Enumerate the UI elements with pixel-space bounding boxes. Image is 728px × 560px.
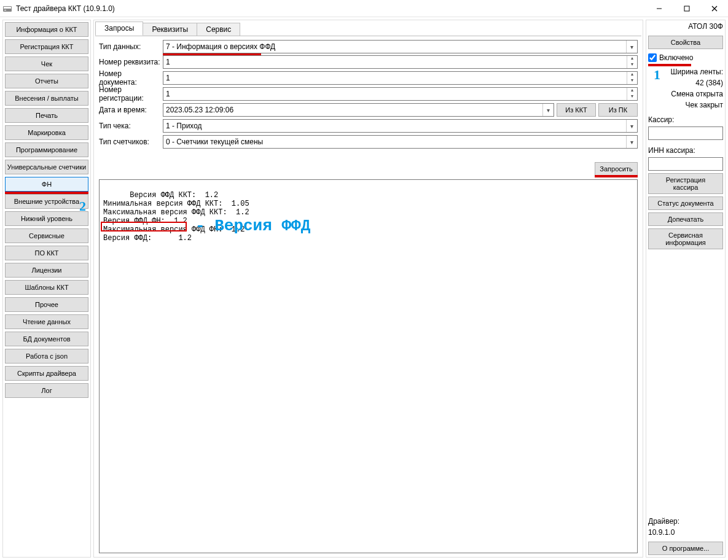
doc-num-label: Номер документа:	[99, 69, 160, 87]
datetime-label: Дата и время:	[99, 106, 160, 114]
sidebar-item-kkt-software[interactable]: ПО ККТ	[5, 246, 88, 260]
chevron-down-icon: ▾	[542, 104, 553, 116]
sidebar-item-service[interactable]: Сервисные	[5, 228, 88, 243]
enabled-checkbox[interactable]	[648, 53, 657, 62]
sidebar-item-deposits[interactable]: Внесения / выплаты	[5, 91, 88, 106]
annotation-underline-enabled	[648, 64, 691, 66]
spin-buttons[interactable]: ▴▾	[627, 56, 636, 68]
from-pc-button[interactable]: Из ПК	[598, 103, 638, 117]
shift-status: Смена открыта	[648, 90, 723, 98]
driver-version: 10.9.1.0	[648, 528, 723, 537]
spin-buttons[interactable]: ▴▾	[627, 88, 636, 100]
app-icon	[2, 4, 12, 14]
register-cashier-button[interactable]: Регистрация кассира	[648, 173, 723, 194]
sidebar-item-licenses[interactable]: Лицензии	[5, 263, 88, 278]
window-title: Тест драйвера ККТ (10.9.1.0)	[16, 4, 115, 13]
sidebar-item-fn[interactable]: ФН	[5, 177, 88, 192]
rekv-num-label: Номер реквизита:	[99, 58, 160, 66]
reg-num-input[interactable]: 1 ▴▾	[163, 87, 638, 101]
right-panel: АТОЛ 30Ф Свойства Включено 1 Ширина лент…	[646, 20, 726, 558]
titlebar: Тест драйвера ККТ (10.9.1.0)	[0, 0, 728, 17]
svg-rect-2	[4, 10, 6, 10]
tab-service[interactable]: Сервис	[197, 23, 240, 36]
minimize-button[interactable]	[645, 0, 673, 17]
svg-rect-4	[684, 6, 689, 11]
tab-requisites[interactable]: Реквизиты	[143, 23, 197, 36]
datetime-combo[interactable]: 2023.05.23 12:09:06 ▾	[163, 103, 554, 117]
reprint-button[interactable]: Допечатать	[648, 212, 723, 226]
rekv-num-input[interactable]: 1 ▴▾	[163, 55, 638, 69]
properties-button[interactable]: Свойства	[648, 36, 723, 49]
cashier-label: Кассир:	[648, 115, 723, 124]
spin-buttons[interactable]: ▴▾	[627, 72, 636, 84]
center-panel: Запросы Реквизиты Сервис Тип данных: 7 -…	[93, 20, 643, 558]
doc-status-button[interactable]: Статус документа	[648, 196, 723, 210]
counters-type-combo[interactable]: 0 - Счетчики текущей смены ▾	[163, 135, 638, 149]
from-kkt-button[interactable]: Из ККТ	[557, 103, 596, 117]
chevron-down-icon: ▾	[626, 120, 636, 132]
sidebar-item-cheque[interactable]: Чек	[5, 56, 88, 71]
data-type-combo[interactable]: 7 - Информация о версиях ФФД ▾	[163, 40, 638, 53]
annotation-ffd-label: - Версия ФФД	[195, 217, 310, 235]
sidebar-item-low-level[interactable]: Нижний уровень	[5, 211, 88, 226]
sidebar-item-print[interactable]: Печать	[5, 108, 88, 123]
annotation-box-ffd	[101, 222, 187, 231]
request-button[interactable]: Запросить	[595, 162, 638, 176]
close-button[interactable]	[700, 0, 728, 17]
sidebar-item-reports[interactable]: Отчеты	[5, 74, 88, 88]
about-button[interactable]: О программе...	[648, 542, 723, 555]
sidebar-item-kkt-info[interactable]: Информация о ККТ	[5, 22, 88, 37]
cashier-input[interactable]	[648, 126, 723, 140]
doc-num-input[interactable]: 1 ▴▾	[163, 71, 638, 85]
svg-rect-1	[4, 7, 11, 9]
cheque-status: Чек закрыт	[648, 101, 723, 109]
enabled-label: Включено	[659, 53, 693, 62]
sidebar-item-programming[interactable]: Программирование	[5, 142, 88, 157]
annotation-number-1: 1	[654, 67, 660, 83]
sidebar-item-doc-db[interactable]: БД документов	[5, 332, 88, 346]
device-name: АТОЛ 30Ф	[648, 22, 723, 33]
sidebar-item-kkt-reg[interactable]: Регистрация ККТ	[5, 39, 88, 54]
sidebar-item-other[interactable]: Прочее	[5, 297, 88, 312]
service-info-button[interactable]: Сервисная информация	[648, 228, 723, 249]
sidebar-item-marking[interactable]: Маркировка	[5, 125, 88, 140]
annotation-number-2: 2	[79, 198, 86, 214]
sidebar-item-templates[interactable]: Шаблоны ККТ	[5, 280, 88, 295]
cheque-type-combo[interactable]: 1 - Приход ▾	[163, 119, 638, 133]
driver-label: Драйвер:	[648, 517, 723, 526]
data-type-label: Тип данных:	[99, 42, 160, 51]
maximize-button[interactable]	[673, 0, 700, 17]
tab-requests[interactable]: Запросы	[95, 21, 143, 36]
sidebar-item-read-data[interactable]: Чтение данных	[5, 314, 88, 329]
sidebar-item-external-devices[interactable]: Внешние устройства	[5, 194, 88, 209]
cheque-type-label: Тип чека:	[99, 122, 160, 130]
reg-num-label: Номер регистрации:	[99, 85, 160, 103]
sidebar-item-universal-counters[interactable]: Универсальные счетчики	[5, 160, 88, 174]
sidebar-item-driver-scripts[interactable]: Скрипты драйвера	[5, 366, 88, 381]
left-sidebar: Информация о ККТ Регистрация ККТ Чек Отч…	[2, 20, 91, 558]
chevron-down-icon: ▾	[626, 136, 636, 148]
sidebar-item-log[interactable]: Лог	[5, 383, 88, 398]
chevron-down-icon: ▾	[626, 41, 636, 53]
output-area: Версия ФФД ККТ: 1.2 Минимальная версия Ф…	[99, 179, 638, 553]
sidebar-item-json[interactable]: Работа с json	[5, 349, 88, 364]
tab-bar: Запросы Реквизиты Сервис	[95, 21, 641, 36]
cashier-inn-input[interactable]	[648, 157, 723, 171]
counters-type-label: Тип счетчиков:	[99, 138, 160, 146]
cashier-inn-label: ИНН кассира:	[648, 146, 723, 155]
